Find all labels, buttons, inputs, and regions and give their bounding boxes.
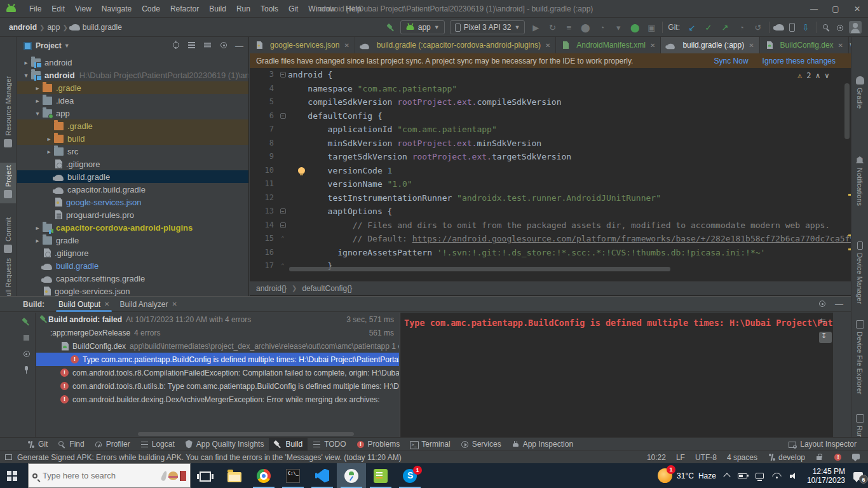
weather-widget[interactable]: 1 31°C Haze [658,468,716,483]
tree-item-build[interactable]: ▸build [17,132,248,145]
indent-setting[interactable]: 4 spaces [727,453,757,462]
menu-item-refactor[interactable]: Refactor [166,3,203,15]
taskbar-app-task-view[interactable] [191,463,220,488]
build-settings-gear-icon[interactable] [818,299,826,308]
volume-icon[interactable] [790,472,799,480]
fold-marker[interactable]: − [278,68,288,82]
profile-avatar[interactable] [849,21,862,34]
restart-build-icon[interactable] [22,318,31,326]
build-output-row[interactable]: !com.android.tools.r8.CompilationFailedE… [36,366,399,379]
toolwindow-button-app-quality-insights[interactable]: App Quality Insights [180,438,269,451]
code-line[interactable]: 7 applicationId "com.amc.patientapp" [250,123,851,137]
tree-chevron-icon[interactable]: ▸ [44,148,54,155]
stripe-item-project[interactable]: Project [0,163,16,203]
tree-item--gitignore[interactable]: .gitignore [17,158,248,170]
action-center-icon[interactable]: 6 [853,472,863,480]
expand-all-icon[interactable] [187,41,196,51]
fold-marker[interactable]: − [278,109,288,123]
settings-gear-icon[interactable] [836,24,844,32]
tree-chevron-icon[interactable]: ▸ [44,135,54,142]
device-select[interactable]: Pixel 3 API 32 ▼ [450,20,526,34]
code-editor[interactable]: 3−android {4 namespace "com.amc.patienta… [250,68,851,273]
editor-tab-google-services-json[interactable]: google-services.json✕ [250,37,355,53]
rerun-icon[interactable]: ↻ [546,23,558,32]
collapse-all-icon[interactable] [203,41,212,51]
editor-horizontal-scrollbar[interactable] [289,267,670,271]
gradle-sync-icon[interactable] [775,24,784,30]
chevron-down-icon[interactable]: ▼ [64,43,70,49]
tab-close-icon[interactable]: ✕ [104,301,109,308]
battery-icon[interactable] [738,473,747,478]
menu-item-file[interactable]: File [25,3,46,15]
soft-wrap-icon[interactable] [819,316,832,328]
build-output-row[interactable]: :app:mergeDexRelease4 errors561 ms [36,326,399,339]
stripe-item-notifications[interactable]: Notifications [851,156,868,220]
build-output-row[interactable]: !com.android.builder.dexing.DexArchiveMe… [36,393,399,406]
tree-chevron-icon[interactable]: ▾ [21,72,31,79]
build-tab-build-output[interactable]: Build Output✕ [53,297,114,312]
toolwindow-button-problems[interactable]: Problems [351,438,405,451]
stripe-item-device-manager[interactable]: Device Manager [851,241,868,315]
taskbar-app-vscode[interactable] [308,463,337,488]
minimize-icon[interactable]: — [803,0,825,18]
hidden-icons-chevron[interactable] [723,473,730,480]
run-with-coverage-icon[interactable]: ≡ [563,23,574,32]
cast-device-icon[interactable] [756,473,764,479]
stripe-item-gradle[interactable]: Gradle [851,76,868,131]
code-line[interactable]: 15⌃ // Default: https://android.googleso… [250,232,851,246]
rollback-icon[interactable]: ↺ [752,23,764,32]
editor-tab-buildconfig-dex[interactable]: BuildConfig.dex✕ [760,37,849,53]
code-line[interactable]: 16 ignoreAssetsPattern '!.svn:!.git:!.ds… [250,246,851,260]
taskbar-app-terminal[interactable] [278,463,308,488]
git-commit-icon[interactable]: ✓ [703,23,714,32]
toolwindow-button-services[interactable]: Services [456,438,506,451]
code-line[interactable]: 3−android { [250,68,851,82]
code-line[interactable]: 12 testInstrumentationRunner "androidx.t… [250,191,851,205]
build-tab-build-analyzer[interactable]: Build Analyzer✕ [114,297,182,312]
breadcrumb-app[interactable]: app [47,23,60,32]
toolwindow-button-terminal[interactable]: Terminal [405,438,455,451]
build-tree-horizontal-scrollbar[interactable] [138,432,354,436]
fold-collapse-icon[interactable]: − [280,72,286,78]
stripe-item-running-devices[interactable]: Running Devices [851,414,868,437]
fold-collapse-icon[interactable]: − [280,208,286,214]
tab-close-icon[interactable]: ✕ [172,301,177,308]
sdk-manager-icon[interactable]: ⇩ [800,23,811,32]
git-push-icon[interactable]: ↗ [719,23,731,32]
menu-item-view[interactable]: View [71,3,96,15]
toolwindow-button-profiler[interactable]: Profiler [90,438,135,451]
chevron-down-icon[interactable]: ∨ [849,41,851,50]
run-config-select[interactable]: app ▼ [400,20,445,34]
tab-close-icon[interactable]: ✕ [838,42,843,49]
fold-collapse-icon[interactable]: − [280,113,286,119]
attach-debugger-icon[interactable]: ⬤ [629,23,641,32]
ignore-changes-link[interactable]: Ignore these changes [763,57,836,65]
code-line[interactable]: 6− defaultConfig { [250,109,851,123]
menu-item-run[interactable]: Run [232,3,255,15]
build-output-row[interactable]: BuildConfig.dexapp\build\intermediates\p… [36,339,399,353]
pin-icon[interactable] [22,365,31,374]
tree-item--gitignore[interactable]: .gitignore [17,247,248,259]
build-hammer-icon[interactable] [387,24,395,32]
editor-vertical-scrollbar[interactable] [844,83,850,139]
tree-item--gradle[interactable]: ▸.gradle [17,81,248,94]
breadcrumb-module[interactable]: android [9,23,37,32]
editor-tab-build-gradle-capacitor-cordova-android-plugins-[interactable]: build.gradle (:capacitor-cordova-android… [355,37,557,53]
taskbar-app-notepad-plus[interactable] [366,463,395,488]
editor-tab-androidmanifest-xml[interactable]: AndroidManifest.xml✕ [556,37,661,53]
line-ending[interactable]: LF [676,453,685,462]
next-warning-icon[interactable]: ∨ [825,71,829,80]
menu-item-git[interactable]: Git [284,3,302,15]
code-line[interactable]: 11 versionName "1.0" [250,177,851,191]
toolwindow-button-find[interactable]: Find [53,438,89,451]
more-run-options-icon[interactable]: ▾ [613,23,624,32]
tree-item-build-gradle[interactable]: build.gradle [17,170,248,183]
tree-item-capacitor-build-gradle[interactable]: capacitor.build.gradle [17,183,248,196]
stop-icon[interactable]: ▣ [646,23,657,32]
search-everywhere-icon[interactable] [822,24,831,32]
maximize-icon[interactable]: ▢ [825,0,846,18]
code-line[interactable]: 4 namespace "com.amc.patientapp" [250,82,851,96]
profile-icon[interactable]: ◔ [596,23,607,32]
toolwindow-button-git[interactable]: Git [22,438,53,451]
fold-collapse-icon[interactable]: − [280,222,286,228]
